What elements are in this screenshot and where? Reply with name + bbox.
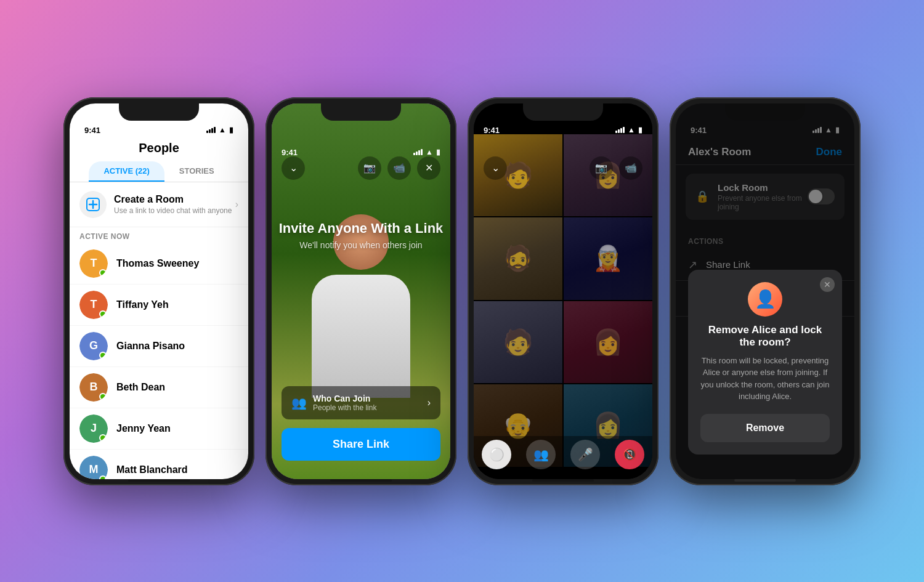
battery-icon-1: ▮ xyxy=(229,126,233,134)
end-call-button[interactable]: 📵 xyxy=(615,440,644,469)
video-grid: 🧑 👩 🧔 🧝 🧑 👩 xyxy=(474,134,652,467)
create-room-title: Create a Room xyxy=(114,194,235,205)
list-item[interactable]: T Thomas Sweeney xyxy=(70,243,248,285)
video-cell-3: 🧔 xyxy=(474,217,562,300)
chevron-right-icon-2: › xyxy=(428,397,431,408)
online-indicator xyxy=(99,352,107,359)
home-indicator-2 xyxy=(330,479,392,482)
home-indicator-4 xyxy=(734,479,796,482)
call-controls-bottom: ⚪ 👥 🎤 📵 xyxy=(474,436,652,479)
who-can-join-title: Who Can Join xyxy=(313,394,428,403)
avatar: B xyxy=(79,373,108,402)
phone-2-content: 9:41 ▲ ▮ ⌄ xyxy=(272,103,450,479)
remove-modal: ✕ 👤 Remove Alice and lock the room? This… xyxy=(688,270,842,455)
phone-1-content: 9:41 ▲ ▮ People xyxy=(70,103,248,479)
call-top-controls: 📷 📹 xyxy=(590,156,642,180)
phone-4: 9:41 ▲ ▮ Alex's Room xyxy=(670,97,861,485)
phone-1-notch xyxy=(119,103,199,121)
share-link-button[interactable]: Share Link xyxy=(282,428,440,461)
avatar: J xyxy=(79,414,108,443)
person-name: Matt Blanchard xyxy=(116,464,188,475)
phone-3-screen: 9:41 ▲ ▮ ⌄ xyxy=(474,103,652,479)
people-header: People xyxy=(70,139,248,161)
who-can-join-text: Who Can Join People with the link xyxy=(313,394,428,412)
modal-title: Remove Alice and lock the room? xyxy=(700,324,830,349)
create-room-sub: Use a link to video chat with anyone xyxy=(114,206,235,215)
who-can-join-row[interactable]: 👥 Who Can Join People with the link › xyxy=(282,386,440,419)
online-indicator xyxy=(99,393,107,400)
wifi-icon-1: ▲ xyxy=(219,126,226,134)
participants-button[interactable]: 👥 xyxy=(526,440,556,469)
video-cell-5: 🧑 xyxy=(474,301,562,384)
people-tabs: ACTIVE (22) STORIES xyxy=(70,161,248,182)
wifi-icon-3: ▲ xyxy=(628,126,635,134)
camera-icon-3[interactable]: 📷 xyxy=(590,156,613,180)
phone-1-screen: 9:41 ▲ ▮ People xyxy=(70,103,248,479)
list-item[interactable]: T Tiffany Yeh xyxy=(70,285,248,326)
online-indicator xyxy=(99,434,107,442)
avatar: M xyxy=(79,456,108,479)
camera-toggle-button[interactable]: ⚪ xyxy=(482,440,511,469)
phone-4-content: 9:41 ▲ ▮ Alex's Room xyxy=(676,103,854,479)
chevron-down-icon-3: ⌄ xyxy=(484,156,507,180)
phone-3-notch xyxy=(523,103,603,121)
person-name: Beth Dean xyxy=(116,382,165,393)
phone-3-content: 9:41 ▲ ▮ ⌄ xyxy=(474,103,652,479)
online-indicator xyxy=(99,269,107,277)
invite-title: Invite Anyone With a Link xyxy=(279,220,444,236)
status-bar-right-3: ▲ ▮ xyxy=(615,126,642,134)
modal-body: This room will be locked, preventing Ali… xyxy=(700,355,830,403)
phones-container: 9:41 ▲ ▮ People xyxy=(51,73,873,510)
phone-4-screen: 9:41 ▲ ▮ Alex's Room xyxy=(676,103,854,479)
group-icon: 👥 xyxy=(291,395,307,410)
signal-icon-1 xyxy=(206,127,216,133)
chevron-right-icon: › xyxy=(235,199,238,210)
tab-active[interactable]: ACTIVE (22) xyxy=(89,161,164,182)
who-can-join-sub: People with the link xyxy=(313,403,428,412)
tab-stories[interactable]: STORIES xyxy=(164,161,229,182)
video-icon-3[interactable]: 📹 xyxy=(619,156,642,180)
people-list: T Thomas Sweeney T Tiffany Yeh xyxy=(70,243,248,479)
video-cell-4: 🧝 xyxy=(564,217,652,300)
online-indicator xyxy=(99,310,107,318)
list-item[interactable]: G Gianna Pisano xyxy=(70,326,248,367)
back-btn-3[interactable]: ⌄ xyxy=(484,156,507,180)
phone-2-screen: 9:41 ▲ ▮ ⌄ xyxy=(272,103,450,479)
person-name: Gianna Pisano xyxy=(116,341,185,352)
list-item[interactable]: B Beth Dean xyxy=(70,367,248,408)
modal-avatar: 👤 xyxy=(748,282,782,317)
invite-text-area: Invite Anyone With a Link We'll notify y… xyxy=(279,165,444,250)
status-time-1: 9:41 xyxy=(84,126,100,135)
modal-remove-button[interactable]: Remove xyxy=(700,414,830,442)
face-3: 🧔 xyxy=(474,217,562,300)
phone-3: 9:41 ▲ ▮ ⌄ xyxy=(468,97,659,485)
modal-close-button[interactable]: ✕ xyxy=(820,277,835,292)
create-room-icon xyxy=(79,191,107,218)
phone-2-notch xyxy=(321,103,401,121)
person-name: Tiffany Yeh xyxy=(116,299,169,310)
person-name: Thomas Sweeney xyxy=(116,258,199,269)
list-item[interactable]: J Jenny Yean xyxy=(70,408,248,450)
phone-2: 9:41 ▲ ▮ ⌄ xyxy=(265,97,456,485)
signal-icon-3 xyxy=(615,127,625,133)
mute-button[interactable]: 🎤 xyxy=(570,440,600,469)
list-item[interactable]: M Matt Blanchard xyxy=(70,450,248,479)
battery-icon-3: ▮ xyxy=(638,126,642,134)
status-time-3: 9:41 xyxy=(484,126,500,135)
home-indicator-3 xyxy=(532,479,594,482)
face-6: 👩 xyxy=(564,301,652,384)
face-5: 🧑 xyxy=(474,301,562,384)
face-4: 🧝 xyxy=(564,217,652,300)
phone-1: 9:41 ▲ ▮ People xyxy=(63,97,254,485)
create-room-row[interactable]: Create a Room Use a link to video chat w… xyxy=(70,182,248,227)
active-now-label: ACTIVE NOW xyxy=(70,227,248,243)
avatar: T xyxy=(79,249,108,278)
avatar: T xyxy=(79,291,108,319)
phone-2-bottom: 👥 Who Can Join People with the link › Sh… xyxy=(272,380,450,479)
remove-modal-overlay: ✕ 👤 Remove Alice and lock the room? This… xyxy=(676,103,854,479)
create-room-text: Create a Room Use a link to video chat w… xyxy=(114,194,235,215)
person-name: Jenny Yean xyxy=(116,423,171,434)
status-bar-right-1: ▲ ▮ xyxy=(206,126,233,134)
home-indicator-1 xyxy=(128,479,190,482)
invite-subtitle: We'll notify you when others join xyxy=(279,240,444,250)
